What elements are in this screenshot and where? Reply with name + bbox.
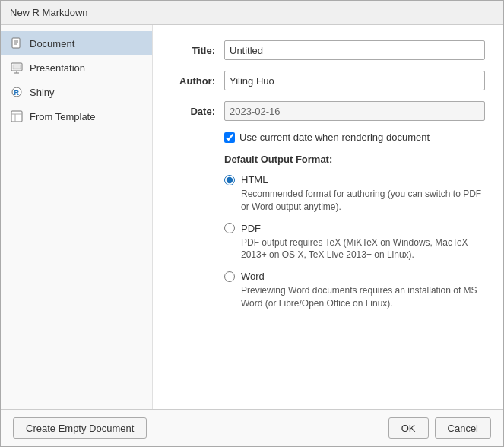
shiny-icon: R xyxy=(10,85,24,99)
word-description: Previewing Word documents requires an in… xyxy=(241,284,485,310)
word-radio-row: Word xyxy=(224,271,485,282)
ok-button[interactable]: OK xyxy=(388,417,429,439)
presentation-icon xyxy=(10,61,24,74)
author-label: Author: xyxy=(171,75,224,87)
author-input[interactable] xyxy=(224,71,485,90)
new-r-markdown-dialog: New R Markdown Document xyxy=(0,0,504,447)
html-radio[interactable] xyxy=(224,175,235,185)
use-current-date-label: Use current date when rendering document xyxy=(239,132,430,143)
main-panel: Title: Author: Date: Use current date wh… xyxy=(153,25,503,409)
date-input[interactable] xyxy=(224,101,485,121)
title-label: Title: xyxy=(171,45,224,56)
word-label: Word xyxy=(241,271,265,282)
date-row: Date: xyxy=(171,101,485,121)
word-radio[interactable] xyxy=(224,271,235,282)
word-option: Word Previewing Word documents requires … xyxy=(224,271,485,310)
pdf-label: PDF xyxy=(241,223,261,234)
sidebar-shiny-label: Shiny xyxy=(30,87,55,98)
sidebar-presentation-label: Presentation xyxy=(30,62,85,74)
title-input[interactable] xyxy=(224,40,485,60)
dialog-title: New R Markdown xyxy=(10,7,88,18)
dialog-footer: Create Empty Document OK Cancel xyxy=(1,409,503,446)
cancel-button[interactable]: Cancel xyxy=(435,417,491,439)
pdf-description: PDF output requires TeX (MiKTeX on Windo… xyxy=(241,236,485,262)
html-description: Recommended format for authoring (you ca… xyxy=(241,188,485,214)
output-format-section-title: Default Output Format: xyxy=(224,154,485,165)
html-option: HTML Recommended format for authoring (y… xyxy=(224,174,485,214)
sidebar-item-document[interactable]: Document xyxy=(1,31,152,55)
date-label: Date: xyxy=(171,106,224,117)
pdf-option: PDF PDF output requires TeX (MiKTeX on W… xyxy=(224,223,485,262)
pdf-radio[interactable] xyxy=(224,223,235,233)
footer-left: Create Empty Document xyxy=(13,417,147,439)
use-current-date-checkbox[interactable] xyxy=(224,132,235,143)
dialog-body: Document Presentation R xyxy=(1,25,503,409)
sidebar-template-label: From Template xyxy=(30,111,95,122)
template-icon xyxy=(10,109,24,123)
svg-rect-7 xyxy=(13,65,21,69)
create-empty-button[interactable]: Create Empty Document xyxy=(13,417,147,439)
svg-text:R: R xyxy=(14,89,20,97)
sidebar-item-shiny[interactable]: R Shiny xyxy=(1,80,152,104)
html-label: HTML xyxy=(241,174,268,185)
sidebar-item-from-template[interactable]: From Template xyxy=(1,104,152,128)
sidebar-document-label: Document xyxy=(30,38,74,49)
author-row: Author: xyxy=(171,71,485,90)
title-row: Title: xyxy=(171,40,485,60)
document-icon xyxy=(10,36,24,50)
sidebar-item-presentation[interactable]: Presentation xyxy=(1,55,152,80)
use-current-date-row: Use current date when rendering document xyxy=(224,132,485,143)
svg-rect-10 xyxy=(11,111,22,122)
sidebar: Document Presentation R xyxy=(1,25,153,409)
footer-right: OK Cancel xyxy=(388,417,491,439)
dialog-titlebar: New R Markdown xyxy=(1,1,503,25)
pdf-radio-row: PDF xyxy=(224,223,485,234)
html-radio-row: HTML xyxy=(224,174,485,185)
